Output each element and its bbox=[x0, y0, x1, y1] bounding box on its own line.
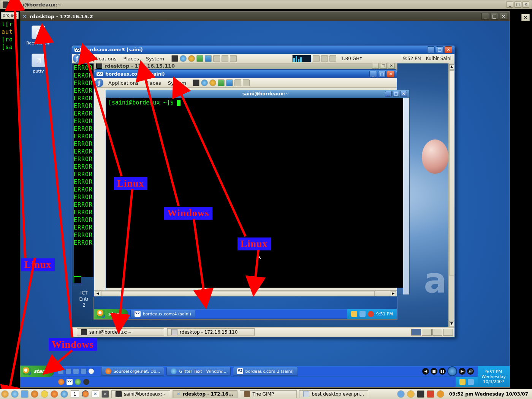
panel-launcher[interactable] bbox=[230, 55, 237, 62]
media-prev-icon[interactable]: ◀ bbox=[422, 368, 429, 375]
x-icon[interactable]: ✕ bbox=[92, 390, 99, 398]
panel-task-rdesktop[interactable]: rdesktop - 172.16.15.110 bbox=[167, 328, 255, 336]
tray-icon[interactable] bbox=[397, 390, 405, 398]
panel-user[interactable]: Kulbir Saini bbox=[426, 56, 451, 61]
terminal-scrollbar[interactable] bbox=[403, 98, 409, 294]
gnome-bottom-panel[interactable]: saini@bordeaux:~ rdesktop - 172.16.15.11… bbox=[72, 327, 454, 337]
minimize-button[interactable]: _ bbox=[385, 91, 392, 97]
maximize-button[interactable]: □ bbox=[436, 46, 443, 53]
xp-inner-clock[interactable]: 9:51 PM bbox=[376, 312, 393, 317]
panel-launcher[interactable] bbox=[209, 79, 216, 86]
workspace-switcher[interactable] bbox=[411, 329, 453, 336]
taskbar-item-sourceforge[interactable]: SourceForge.net: Do... bbox=[101, 367, 165, 376]
panel-applet[interactable] bbox=[329, 55, 336, 62]
panel-launcher[interactable] bbox=[201, 79, 208, 86]
quicklaunch-icon[interactable] bbox=[75, 379, 81, 385]
xp-outer-taskbar-row2[interactable]: V2 bbox=[20, 377, 478, 387]
panel-launcher[interactable] bbox=[180, 55, 187, 62]
close-button[interactable]: × bbox=[400, 91, 407, 97]
panel-launcher[interactable] bbox=[226, 79, 233, 86]
panel-launcher[interactable] bbox=[1, 390, 9, 398]
panel-launcher[interactable] bbox=[11, 390, 19, 398]
panel-launcher[interactable] bbox=[51, 390, 58, 398]
panel-launcher[interactable] bbox=[31, 390, 38, 398]
taskbar-item-vnc[interactable]: V2 bordeaux.com:4 (saini) bbox=[130, 310, 195, 318]
vnc2-titlebar[interactable]: V2 bordeaux.com:4 (saini) _ □ × bbox=[94, 70, 397, 78]
start-button[interactable]: start bbox=[94, 309, 128, 319]
panel-launcher[interactable] bbox=[222, 55, 228, 62]
minimize-button[interactable]: _ bbox=[369, 71, 377, 78]
tray-icon[interactable] bbox=[459, 379, 466, 385]
close-button[interactable]: × bbox=[522, 2, 529, 8]
panel-launcher[interactable] bbox=[243, 79, 250, 86]
quicklaunch-icon[interactable] bbox=[81, 368, 87, 374]
fedora-icon[interactable]: ƒ bbox=[73, 54, 81, 63]
sysmon-applet[interactable] bbox=[292, 55, 311, 62]
inner-terminal-body[interactable]: [saini@bordeaux ~]$ ↖ bbox=[106, 98, 409, 288]
xp-outer-clock[interactable]: 9:57 PM Wednesday 10/3/2007 bbox=[478, 366, 510, 387]
tray-shield-icon[interactable] bbox=[368, 311, 374, 317]
close-button[interactable]: × bbox=[387, 71, 394, 78]
panel-task-terminal[interactable]: saini@bordeaux:~ bbox=[77, 328, 164, 336]
panel-launcher[interactable] bbox=[205, 55, 212, 62]
close-button[interactable]: × bbox=[500, 13, 507, 20]
panel-launcher[interactable] bbox=[171, 55, 178, 62]
gnome-desktop[interactable]: a ERRORERRORERRORERRORERRORERRORERRORERR… bbox=[72, 63, 454, 327]
firefox-icon[interactable] bbox=[58, 379, 64, 385]
host-task-terminal[interactable]: saini@bordeaux:~ bbox=[111, 390, 170, 398]
panel-launcher[interactable] bbox=[41, 390, 48, 398]
vnc2-hscrollbar[interactable]: ◀ ▶ bbox=[94, 290, 397, 296]
panel-launcher[interactable] bbox=[188, 55, 195, 62]
places-menu[interactable]: Places bbox=[120, 56, 142, 62]
panel-launcher[interactable] bbox=[60, 390, 68, 398]
tray-icon[interactable] bbox=[351, 311, 357, 317]
xp-outer-taskbar-row1[interactable]: start SourceForge.net: Do... Glitter Tex… bbox=[20, 366, 478, 377]
host-task-rdesktop[interactable]: ✕ rdesktop - 172.16... bbox=[173, 390, 238, 398]
tray-icon[interactable] bbox=[407, 390, 415, 398]
panel-launcher[interactable] bbox=[218, 79, 225, 86]
maximize-button[interactable]: □ bbox=[378, 71, 386, 78]
taskbar-item-vnc[interactable]: V2 bordeaux.com:3 (saini) bbox=[233, 367, 298, 376]
minimize-button[interactable]: _ bbox=[507, 2, 513, 8]
recycle-bin-icon[interactable]: ♻ Recycle Bin bbox=[26, 25, 51, 46]
inner-terminal-titlebar[interactable]: saini@bordeaux:~ _ □ × bbox=[106, 90, 409, 98]
tray-icon[interactable] bbox=[359, 311, 366, 317]
quicklaunch-icon[interactable] bbox=[88, 368, 94, 374]
applications-menu[interactable]: Applications bbox=[83, 56, 120, 62]
quicklaunch-icon[interactable] bbox=[73, 368, 79, 374]
x-icon[interactable]: ✕ bbox=[101, 390, 109, 398]
media-next-icon[interactable]: ▶ bbox=[459, 368, 466, 375]
close-button[interactable]: × bbox=[388, 63, 395, 69]
maximize-button[interactable]: □ bbox=[491, 13, 498, 20]
fedora-icon[interactable]: ƒ bbox=[95, 79, 103, 87]
minimize-button[interactable]: _ bbox=[372, 63, 379, 69]
minimize-button[interactable]: _ bbox=[427, 46, 435, 53]
putty-icon[interactable]: 🖥 putty bbox=[26, 54, 51, 74]
system-menu[interactable]: System bbox=[142, 56, 168, 62]
system-menu[interactable]: System bbox=[165, 80, 190, 86]
applications-menu[interactable]: Applications bbox=[105, 80, 142, 86]
close-button[interactable]: × bbox=[445, 46, 452, 53]
project-tab[interactable]: project bbox=[1, 12, 19, 19]
host-task-gimp[interactable]: The GIMP bbox=[240, 390, 297, 398]
tray-icon[interactable] bbox=[427, 390, 434, 398]
gnome-top-panel[interactable]: ƒ Applications Places System 1.80 GHz 9:… bbox=[72, 54, 454, 63]
panel-launcher[interactable] bbox=[234, 79, 241, 86]
quicklaunch-icon[interactable] bbox=[83, 379, 89, 385]
gnome-top-panel-inner[interactable]: ƒ Applications Places System bbox=[94, 78, 397, 88]
wmp-icon[interactable] bbox=[447, 366, 457, 376]
outer-rdesktop-titlebar[interactable]: ✕ rdesktop - 172.16.15.2 _ □ × bbox=[20, 12, 510, 21]
media-vol-icon[interactable]: 🔊 bbox=[467, 368, 474, 375]
tray-icon[interactable] bbox=[417, 390, 424, 398]
workspace-number[interactable]: 1 bbox=[71, 390, 79, 398]
firefox-icon[interactable] bbox=[82, 390, 89, 398]
maximize-button[interactable]: □ bbox=[393, 91, 399, 97]
vnc-icon[interactable]: V2 bbox=[66, 379, 73, 385]
panel-launcher[interactable] bbox=[196, 55, 203, 62]
tray-icon[interactable] bbox=[437, 390, 444, 398]
quicklaunch-icon[interactable] bbox=[65, 368, 71, 374]
minimize-button[interactable]: _ bbox=[481, 13, 489, 20]
places-menu[interactable]: Places bbox=[142, 80, 164, 86]
media-play-icon[interactable]: ■ bbox=[431, 368, 437, 375]
media-pause-icon[interactable]: ▮▮ bbox=[439, 368, 446, 375]
